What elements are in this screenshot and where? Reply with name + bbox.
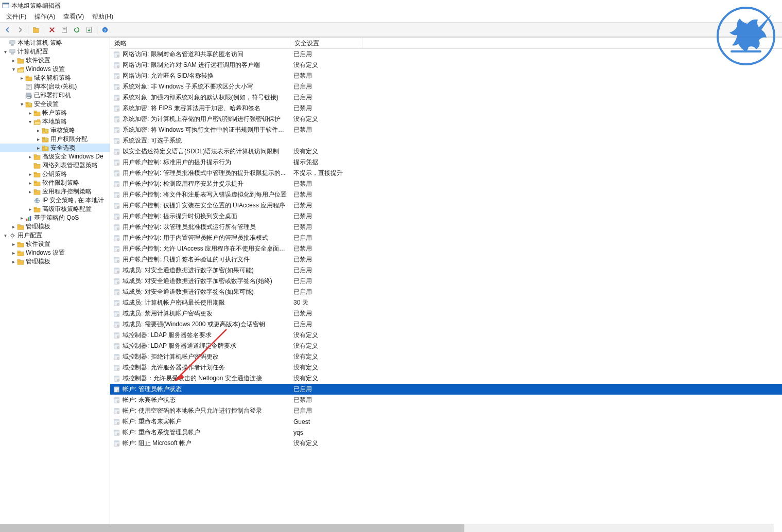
tree-h-scrollbar[interactable] (0, 524, 110, 532)
expander-icon[interactable]: ▾ (2, 233, 8, 238)
expander-icon[interactable]: ▸ (27, 206, 33, 212)
policy-row[interactable]: 用户帐户控制: 用于内置管理员帐户的管理员批准模式 已启用 (110, 233, 782, 243)
column-header-policy[interactable]: 策略 (110, 38, 290, 48)
policy-row[interactable]: 用户帐户控制: 管理员批准模式中管理员的提升权限提示的... 不提示，直接提升 (110, 168, 782, 179)
expander-icon[interactable]: ▸ (27, 189, 33, 194)
expander-icon[interactable]: ▸ (10, 250, 16, 256)
properties-button[interactable] (59, 24, 70, 36)
policy-row[interactable]: 域成员: 计算机帐户密码最长使用期限 30 天 (110, 297, 782, 308)
tree-security-settings[interactable]: ▾ 安全设置 (0, 100, 110, 109)
tree-pane[interactable]: 本地计算机 策略 ▾ 计算机配置 ▸ 软件设置 ▾ Windows 设置 ▸ 域… (0, 38, 110, 532)
forward-button[interactable] (14, 24, 26, 36)
menu-file[interactable]: 文件(F) (2, 12, 30, 21)
policy-row[interactable]: 用户帐户控制: 将文件和注册表写入错误虚拟化到每用户位置 已禁用 (110, 189, 782, 200)
policy-row[interactable]: 系统加密: 为计算机上存储的用户密钥强制进行强密钥保护 没有定义 (110, 114, 782, 125)
expander-icon[interactable]: ▾ (27, 119, 33, 125)
policy-row[interactable]: 域成员: 禁用计算机帐户密码更改 已禁用 (110, 308, 782, 319)
expander-icon[interactable]: ▸ (27, 171, 33, 177)
policy-row[interactable]: 用户帐户控制: 提示提升时切换到安全桌面 已禁用 (110, 211, 782, 222)
expander-icon[interactable]: ▸ (35, 145, 41, 151)
tree-software-settings-u[interactable]: ▸ 软件设置 (0, 240, 110, 249)
policy-row[interactable]: 帐户: 重命名来宾帐户 Guest (110, 416, 782, 427)
tree-qos[interactable]: ▸ 基于策略的 QoS (0, 214, 110, 222)
expander-icon[interactable]: ▾ (19, 101, 25, 107)
policy-row[interactable]: 域控制器: LDAP 服务器通道绑定令牌要求 没有定义 (110, 341, 782, 351)
tree-root-node[interactable]: 本地计算机 策略 (0, 39, 110, 47)
policy-row[interactable]: 以安全描述符定义语言(SDDL)语法表示的计算机访问限制 没有定义 (110, 146, 782, 157)
policy-row[interactable]: 用户帐户控制: 以管理员批准模式运行所有管理员 已禁用 (110, 222, 782, 233)
help-button[interactable]: ? (99, 24, 111, 36)
tree-user-config[interactable]: ▾ 用户配置 (0, 231, 110, 240)
policy-row[interactable]: 用户帐户控制: 允许 UIAccess 应用程序在不使用安全桌面的... 已禁用 (110, 243, 782, 254)
tree-deployed-printers[interactable]: 已部署打印机 (0, 91, 110, 100)
tree-public-key[interactable]: ▸ 公钥策略 (0, 170, 110, 179)
policy-row[interactable]: 域成员: 对安全通道数据进行数字加密或数字签名(始终) 已启用 (110, 276, 782, 287)
policy-row[interactable]: 域控制器：允许易受攻击的 Netlogon 安全通道连接 没有定义 (110, 373, 782, 384)
policy-row[interactable]: 帐户: 管理员帐户状态 已启用 (110, 384, 782, 395)
expander-icon[interactable]: ▸ (27, 154, 33, 159)
tree-scripts[interactable]: 脚本(启动/关机) (0, 82, 110, 91)
list-pane[interactable]: 策略 安全设置 网络访问: 限制对命名管道和共享的匿名访问 已启用 网络访问: … (110, 38, 782, 532)
policy-row[interactable]: 系统加密: 将 Windows 可执行文件中的证书规则用于软件限... 已禁用 (110, 125, 782, 135)
column-header-setting[interactable]: 安全设置 (290, 38, 362, 48)
expander-icon[interactable]: ▸ (10, 259, 16, 264)
policy-row[interactable]: 系统加密: 将 FIPS 兼容算法用于加密、哈希和签名 已禁用 (110, 103, 782, 114)
tree-app-control[interactable]: ▸ 应用程序控制策略 (0, 187, 110, 196)
tree-computer-config[interactable]: ▾ 计算机配置 (0, 47, 110, 56)
policy-row[interactable]: 网络访问: 限制对命名管道和共享的匿名访问 已启用 (110, 49, 782, 60)
policy-row[interactable]: 用户帐户控制: 仅提升安装在安全位置的 UIAccess 应用程序 已禁用 (110, 200, 782, 211)
tree-admin-templates-c[interactable]: ▸ 管理模板 (0, 222, 110, 231)
delete-button[interactable] (46, 24, 58, 36)
expander-icon[interactable]: ▸ (19, 215, 25, 221)
tree-security-options[interactable]: ▸ 安全选项 (0, 144, 110, 152)
policy-row[interactable]: 域控制器: LDAP 服务器签名要求 没有定义 (110, 330, 782, 341)
tree-windows-settings-u[interactable]: ▸ Windows 设置 (0, 249, 110, 257)
expander-icon[interactable]: ▸ (10, 224, 16, 229)
expander-icon[interactable]: ▾ (2, 49, 8, 55)
policy-row[interactable]: 系统设置: 可选子系统 (110, 135, 782, 146)
policy-row[interactable]: 网络访问: 限制允许对 SAM 进行远程调用的客户端 没有定义 (110, 60, 782, 70)
tree-software-settings[interactable]: ▸ 软件设置 (0, 56, 110, 65)
policy-row[interactable]: 系统对象: 加强内部系统对象的默认权限(例如，符号链接) 已启用 (110, 92, 782, 103)
expander-icon[interactable]: ▾ (10, 66, 16, 72)
policy-row[interactable]: 用户帐户控制: 只提升签名并验证的可执行文件 已禁用 (110, 254, 782, 265)
menu-view[interactable]: 查看(V) (59, 12, 88, 21)
expander-icon[interactable]: ▸ (35, 128, 41, 133)
policy-row[interactable]: 域成员: 需要强(Windows 2000 或更高版本)会话密钥 已启用 (110, 319, 782, 330)
policy-row[interactable]: 系统对象: 非 Windows 子系统不要求区分大小写 已启用 (110, 81, 782, 92)
tree-user-rights[interactable]: ▸ 用户权限分配 (0, 135, 110, 144)
policy-row[interactable]: 域控制器: 拒绝计算机帐户密码更改 没有定义 (110, 351, 782, 362)
expander-icon[interactable]: ▸ (10, 58, 16, 63)
tree-windows-settings[interactable]: ▾ Windows 设置 (0, 65, 110, 74)
expander-icon[interactable]: ▸ (27, 180, 33, 186)
tree-network-list[interactable]: 网络列表管理器策略 (0, 161, 110, 170)
policy-row[interactable]: 用户帐户控制: 检测应用程序安装并提示提升 已禁用 (110, 179, 782, 189)
tree-admin-templates-u[interactable]: ▸ 管理模板 (0, 257, 110, 266)
policy-row[interactable]: 网络访问: 允许匿名 SID/名称转换 已禁用 (110, 70, 782, 81)
tree-account-policies[interactable]: ▸ 帐户策略 (0, 109, 110, 117)
policy-row[interactable]: 域控制器: 允许服务器操作者计划任务 没有定义 (110, 362, 782, 373)
expander-icon[interactable]: ▸ (27, 110, 33, 116)
tree-ip-security[interactable]: IP 安全策略, 在 本地计 (0, 196, 110, 205)
tree-dns-policy[interactable]: ▸ 域名解析策略 (0, 74, 110, 82)
menu-action[interactable]: 操作(A) (30, 12, 59, 21)
tree-audit-policy[interactable]: ▸ 审核策略 (0, 126, 110, 135)
policy-row[interactable]: 用户帐户控制: 标准用户的提升提示行为 提示凭据 (110, 157, 782, 168)
tree-advanced-audit[interactable]: ▸ 高级审核策略配置 (0, 205, 110, 214)
policy-row[interactable]: 域成员: 对安全通道数据进行数字加密(如果可能) 已启用 (110, 265, 782, 276)
expander-icon[interactable]: ▸ (19, 75, 25, 81)
policy-row[interactable]: 域成员: 对安全通道数据进行数字签名(如果可能) 已启用 (110, 287, 782, 297)
tree-software-restriction[interactable]: ▸ 软件限制策略 (0, 179, 110, 187)
export-button[interactable] (83, 24, 95, 36)
back-button[interactable] (2, 24, 13, 36)
menu-help[interactable]: 帮助(H) (88, 12, 117, 21)
up-button[interactable] (30, 24, 42, 36)
tree-local-policies[interactable]: ▾ 本地策略 (0, 117, 110, 126)
policy-row[interactable]: 帐户: 阻止 Microsoft 帐户 没有定义 (110, 438, 782, 449)
policy-row[interactable]: 帐户: 使用空密码的本地帐户只允许进行控制台登录 已启用 (110, 405, 782, 416)
expander-icon[interactable]: ▸ (35, 136, 41, 142)
policy-row[interactable]: 帐户: 重命名系统管理员帐户 yqs (110, 427, 782, 438)
policy-row[interactable]: 帐户: 来宾帐户状态 已禁用 (110, 395, 782, 405)
tree-advanced-firewall[interactable]: ▸ 高级安全 Windows De (0, 152, 110, 161)
refresh-button[interactable] (71, 24, 82, 36)
